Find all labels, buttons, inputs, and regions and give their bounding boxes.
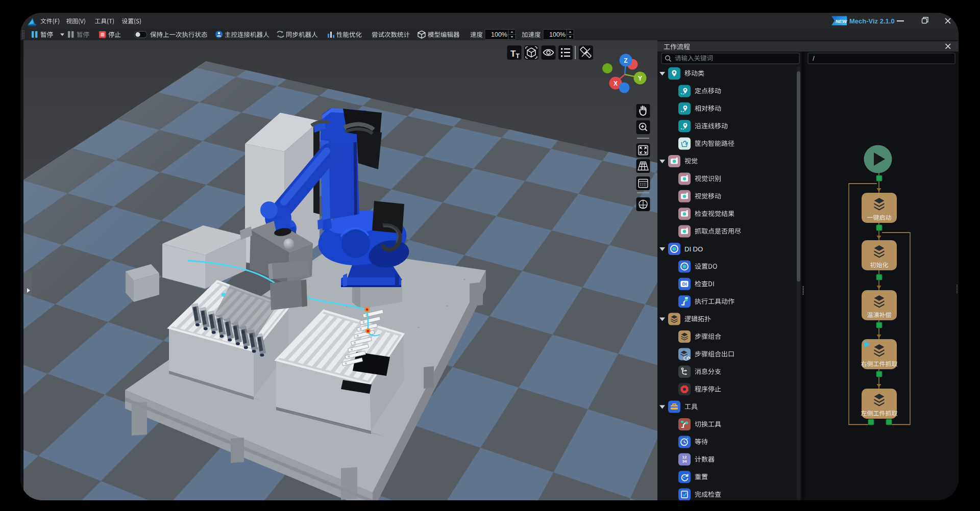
svg-text:Y: Y	[638, 75, 642, 82]
svg-text:NEW: NEW	[836, 18, 847, 24]
svg-text:T: T	[516, 53, 520, 60]
svg-text:DI: DI	[682, 282, 687, 287]
svg-text:X: X	[614, 80, 618, 87]
svg-text:/: /	[813, 55, 815, 62]
svg-text:34: 34	[682, 459, 687, 464]
svg-text:100%: 100%	[491, 31, 507, 38]
svg-text:DI DO: DI DO	[684, 245, 703, 253]
svg-text:Z: Z	[624, 57, 627, 64]
svg-text:T: T	[510, 49, 516, 59]
svg-text:Mech-Viz 2.1.0: Mech-Viz 2.1.0	[849, 17, 895, 25]
svg-text:100%: 100%	[549, 31, 566, 38]
